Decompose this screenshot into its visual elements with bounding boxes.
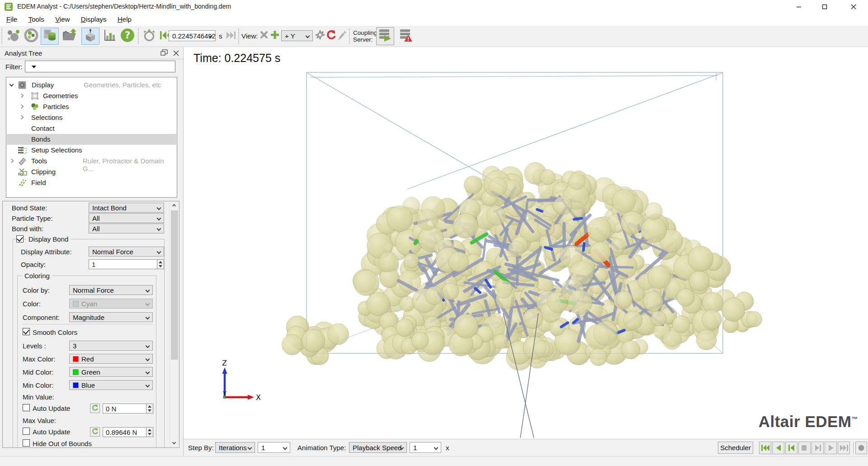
min-color-combo[interactable]: Blue bbox=[69, 380, 153, 390]
step-count-combo[interactable]: 1 bbox=[258, 442, 290, 453]
step-by-combo[interactable]: Iterations bbox=[215, 442, 255, 453]
color-by-combo[interactable]: Normal Force bbox=[69, 285, 153, 295]
display-attribute-label: Display Attribute: bbox=[21, 248, 72, 256]
hide-out-of-bounds-checkbox[interactable] bbox=[23, 439, 30, 447]
display-attribute-combo[interactable]: Normal Force bbox=[89, 247, 164, 257]
playback-play-button[interactable] bbox=[825, 442, 837, 454]
view-label: View: bbox=[241, 32, 258, 40]
view-direction-combo[interactable]: + Y bbox=[281, 30, 313, 41]
coupling-server-error-button[interactable] bbox=[397, 27, 415, 45]
tree-item-field[interactable]: Field bbox=[7, 177, 176, 188]
max-color-combo[interactable]: Red bbox=[69, 354, 153, 364]
tree-item-setup-selections[interactable]: Setup Selections bbox=[7, 145, 176, 156]
tree-item-contact[interactable]: Contact bbox=[7, 123, 176, 134]
delete-view-button[interactable] bbox=[259, 29, 269, 42]
min-value-label: Min Value: bbox=[23, 393, 54, 401]
charts-button[interactable] bbox=[101, 28, 118, 45]
speed-combo[interactable]: 1 bbox=[410, 442, 441, 453]
time-select-combo[interactable]: 0.2245746492 bbox=[169, 30, 216, 41]
spinner-buttons[interactable] bbox=[146, 428, 153, 437]
add-view-button[interactable] bbox=[269, 29, 280, 42]
min-refresh-button[interactable] bbox=[90, 404, 100, 413]
tree-item-particles[interactable]: Particles bbox=[7, 101, 176, 112]
hide-out-of-bounds-label: Hide Out of Bounds bbox=[33, 440, 92, 447]
particle-type-combo[interactable]: All bbox=[89, 213, 164, 223]
smooth-colors-checkbox[interactable] bbox=[23, 328, 30, 335]
menu-file[interactable]: File bbox=[2, 14, 22, 23]
playback-step-forward-button[interactable] bbox=[811, 442, 824, 454]
expander-closed-icon[interactable] bbox=[19, 115, 24, 120]
playback-reverse-button[interactable] bbox=[772, 442, 784, 454]
time-settings-button[interactable] bbox=[142, 28, 157, 45]
scroll-up-button[interactable] bbox=[170, 201, 179, 209]
maximize-button[interactable] bbox=[814, 0, 835, 14]
expander-closed-icon[interactable] bbox=[19, 105, 24, 109]
max-auto-update-label: Auto Update bbox=[33, 428, 70, 436]
min-auto-update-checkbox[interactable] bbox=[23, 404, 30, 411]
max-auto-update-checkbox[interactable] bbox=[23, 428, 30, 435]
menu-tools[interactable]: Tools bbox=[24, 14, 49, 23]
playback-skip-start-button[interactable] bbox=[759, 442, 771, 454]
opacity-label: Opacity: bbox=[21, 261, 46, 268]
properties-scrollbar[interactable] bbox=[170, 201, 179, 447]
geometry-cube-icon bbox=[31, 92, 39, 101]
display-gear-icon bbox=[18, 81, 26, 90]
tree-item-selections[interactable]: Selections bbox=[7, 112, 176, 123]
coupling-server-start-button[interactable] bbox=[376, 27, 394, 45]
analyst-mode-button[interactable] bbox=[41, 28, 59, 45]
spinner-buttons[interactable] bbox=[146, 404, 153, 413]
tree-item-geometries[interactable]: Geometries bbox=[7, 90, 176, 101]
viewport-3d[interactable]: Time: 0.224575 s Z X Y Altair EDEM™ bbox=[184, 47, 868, 439]
simulation-canvas[interactable] bbox=[184, 47, 868, 439]
window-title: EDEM Analyst - C:/Users/stephen/Desktop/… bbox=[17, 3, 231, 10]
playback-stop-button[interactable] bbox=[798, 442, 811, 454]
simulator-mode-button[interactable] bbox=[23, 28, 40, 45]
expander-closed-icon[interactable] bbox=[9, 159, 14, 163]
expander-open-icon[interactable] bbox=[9, 82, 14, 87]
min-auto-update-label: Auto Update bbox=[33, 404, 70, 412]
scrollbar-thumb[interactable] bbox=[171, 210, 178, 360]
component-combo[interactable]: Magnitude bbox=[69, 312, 153, 322]
creator-mode-button[interactable] bbox=[5, 28, 22, 45]
open-file-button[interactable] bbox=[61, 28, 80, 45]
minimize-button[interactable] bbox=[788, 0, 809, 14]
toolbar-grip bbox=[238, 29, 240, 44]
filter-combo[interactable] bbox=[25, 61, 175, 72]
tree-item-bonds[interactable]: Bonds bbox=[7, 134, 176, 145]
view-settings-button[interactable] bbox=[315, 29, 326, 42]
display-bond-checkbox[interactable] bbox=[16, 235, 24, 243]
server-warning-icon bbox=[399, 29, 413, 44]
reset-view-button[interactable] bbox=[326, 29, 336, 42]
scheduler-button[interactable]: Scheduler bbox=[718, 442, 753, 454]
menu-displays[interactable]: Displays bbox=[76, 14, 111, 23]
color-combo[interactable]: Cyan bbox=[69, 299, 153, 309]
tree-item-display[interactable]: Display Geometries, Particles, etc bbox=[7, 80, 176, 90]
bond-state-combo[interactable]: Intact Bond bbox=[89, 203, 164, 213]
expander-closed-icon[interactable] bbox=[19, 94, 24, 98]
close-button[interactable] bbox=[843, 0, 864, 14]
edit-view-button[interactable] bbox=[336, 29, 347, 42]
animation-type-combo[interactable]: Playback Speed bbox=[349, 442, 407, 453]
mid-color-combo[interactable]: Green bbox=[69, 367, 153, 377]
menu-help[interactable]: Help bbox=[113, 14, 136, 23]
min-value-spinner[interactable]: 0 N bbox=[103, 404, 153, 414]
levels-combo[interactable]: 3 bbox=[69, 341, 153, 351]
creator-icon bbox=[6, 28, 20, 44]
record-button[interactable] bbox=[855, 442, 867, 454]
float-panel-button[interactable] bbox=[160, 49, 169, 57]
spinner-buttons[interactable] bbox=[157, 260, 164, 269]
help-button[interactable]: ? bbox=[118, 28, 137, 45]
go-to-end-button[interactable] bbox=[225, 28, 237, 45]
tree-item-tools[interactable]: Tools Ruler, Protractor & Domain G... bbox=[7, 156, 176, 166]
tree-item-clipping[interactable]: Clipping bbox=[7, 166, 176, 177]
playback-skip-end-button[interactable] bbox=[838, 442, 850, 454]
max-refresh-button[interactable] bbox=[90, 427, 100, 437]
playback-step-back-button[interactable] bbox=[785, 442, 797, 454]
menu-view[interactable]: View bbox=[51, 14, 74, 23]
scroll-down-button[interactable] bbox=[170, 439, 179, 447]
view-control-button[interactable] bbox=[81, 28, 99, 45]
close-panel-button[interactable] bbox=[173, 50, 180, 57]
max-value-spinner[interactable]: 0.89646 N bbox=[103, 427, 153, 437]
bond-with-combo[interactable]: All bbox=[89, 223, 164, 233]
opacity-spinner[interactable]: 1 bbox=[89, 259, 164, 269]
